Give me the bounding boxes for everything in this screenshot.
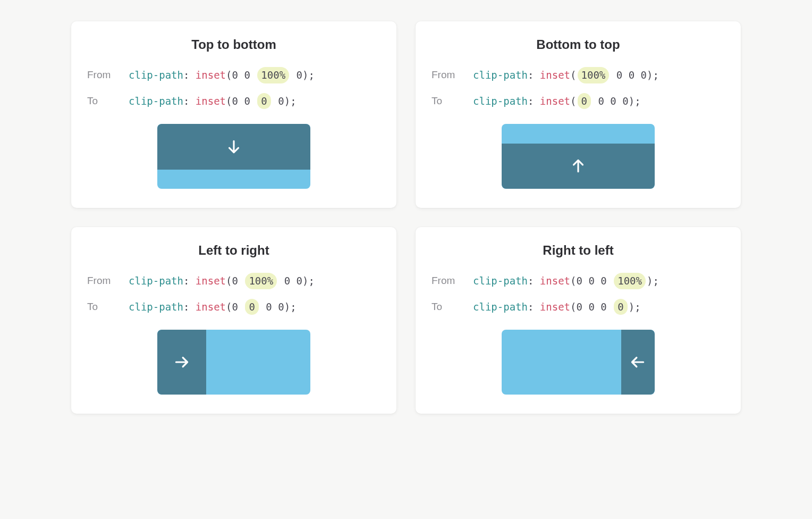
card-ltr: Left to rightFromclip-path: inset(0 100%… — [71, 227, 396, 414]
card-ttb: Top to bottomFromclip-path: inset(0 0 10… — [71, 21, 396, 208]
card-title: Top to bottom — [87, 37, 380, 52]
code-line: clip-path: inset(100% 0 0 0); — [473, 67, 659, 83]
code-line: clip-path: inset(0 0 100% 0); — [129, 67, 315, 83]
card-title: Right to left — [432, 243, 725, 258]
code-row-from: Fromclip-path: inset(0 100% 0 0); — [87, 273, 380, 289]
code-line: clip-path: inset(0 0 0 0); — [473, 299, 641, 315]
card-title: Bottom to top — [432, 37, 725, 52]
demo-box — [502, 124, 655, 189]
code-line: clip-path: inset(0 0 0 100%); — [473, 273, 659, 289]
code-row-to: Toclip-path: inset(0 0 0 0); — [432, 299, 725, 315]
code-row-to: Toclip-path: inset(0 0 0 0); — [87, 299, 380, 315]
demo-box — [157, 124, 310, 189]
card-grid: Top to bottomFromclip-path: inset(0 0 10… — [71, 21, 741, 414]
code-line: clip-path: inset(0 0 0 0); — [473, 93, 641, 110]
code-line: clip-path: inset(0 0 0 0); — [129, 93, 297, 110]
card-title: Left to right — [87, 243, 380, 258]
row-label-from: From — [432, 68, 473, 82]
code-row-from: Fromclip-path: inset(0 0 100% 0); — [87, 67, 380, 83]
code-row-to: Toclip-path: inset(0 0 0 0); — [87, 93, 380, 110]
row-label-from: From — [87, 68, 129, 82]
code-line: clip-path: inset(0 0 0 0); — [129, 299, 297, 315]
row-label-from: From — [432, 274, 473, 288]
code-line: clip-path: inset(0 100% 0 0); — [129, 273, 315, 289]
row-label-to: To — [432, 300, 473, 314]
row-label-to: To — [432, 94, 473, 108]
code-row-from: Fromclip-path: inset(0 0 0 100%); — [432, 273, 725, 289]
arrow-left-icon — [629, 353, 647, 371]
arrow-up-icon — [569, 157, 587, 175]
arrow-right-icon — [173, 353, 191, 371]
demo-inner — [621, 330, 655, 395]
demo-box — [502, 330, 655, 395]
arrow-down-icon — [225, 138, 243, 156]
card-rtl: Right to leftFromclip-path: inset(0 0 0 … — [416, 227, 741, 414]
row-label-to: To — [87, 94, 129, 108]
card-btt: Bottom to topFromclip-path: inset(100% 0… — [416, 21, 741, 208]
demo-inner — [502, 144, 655, 189]
row-label-from: From — [87, 274, 129, 288]
row-label-to: To — [87, 300, 129, 314]
demo-wrap — [432, 124, 725, 189]
demo-wrap — [432, 330, 725, 395]
demo-box — [157, 330, 310, 395]
code-row-from: Fromclip-path: inset(100% 0 0 0); — [432, 67, 725, 83]
demo-inner — [157, 124, 310, 169]
demo-wrap — [87, 124, 380, 189]
demo-wrap — [87, 330, 380, 395]
demo-inner — [157, 330, 206, 395]
code-row-to: Toclip-path: inset(0 0 0 0); — [432, 93, 725, 110]
